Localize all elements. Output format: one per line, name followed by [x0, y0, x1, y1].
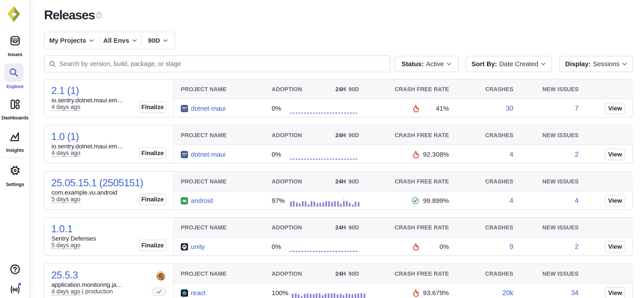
svg-text:.NET: .NET — [182, 106, 188, 109]
svg-text:.NET: .NET — [182, 152, 188, 155]
svg-text:MAUI: MAUI — [182, 109, 186, 111]
svg-text:MAUI: MAUI — [182, 155, 186, 157]
